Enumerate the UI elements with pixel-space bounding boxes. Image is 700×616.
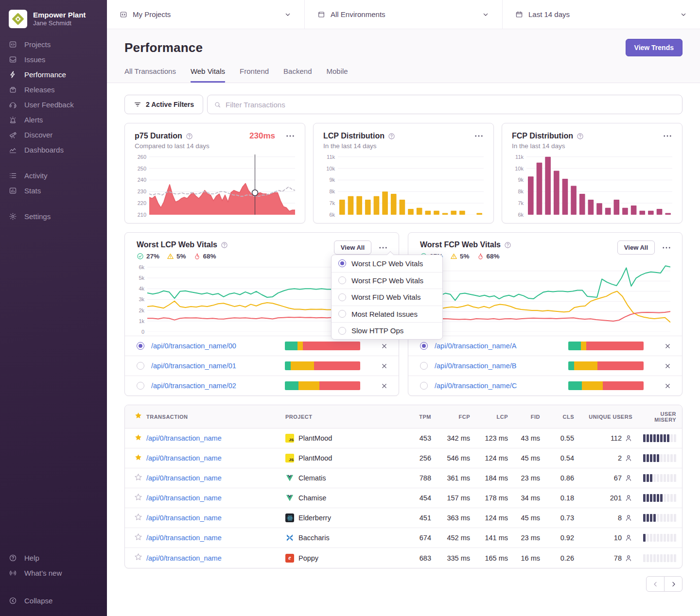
sidebar-item-releases[interactable]: Releases [0,82,107,97]
more-options-icon[interactable] [663,131,672,141]
column-header-lcp[interactable]: LCP [475,414,513,420]
dropdown-option-slow-http-ops[interactable]: Slow HTTP Ops [332,322,442,339]
dropdown-option-worst-lcp-web-vitals[interactable]: Worst LCP Web Vitals [332,255,442,272]
transaction-link[interactable]: /api/0/transaction_name [146,554,222,562]
sidebar-item-activity[interactable]: Activity [0,168,107,183]
next-page-button[interactable] [664,576,682,592]
help-icon[interactable] [221,241,228,249]
column-header-fid[interactable]: FID [513,414,545,420]
close-icon[interactable] [664,382,671,390]
more-options-icon[interactable] [285,131,295,141]
close-icon[interactable] [381,362,388,370]
transaction-link[interactable]: /api/0/transaction_name/B [435,362,516,370]
empower-plant-logo-icon [11,12,25,26]
column-header-cls[interactable]: CLS [545,414,579,420]
tab-web-vitals[interactable]: Web Vitals [191,67,225,83]
view-all-button[interactable]: View All [617,240,655,255]
star-icon[interactable] [134,533,142,541]
help-icon[interactable] [186,133,193,140]
active-filters-button[interactable]: 2 Active Filters [124,95,203,114]
transaction-link[interactable]: /api/0/transaction_name [146,494,222,502]
view-trends-button[interactable]: View Trends [626,39,682,56]
dropdown-option-worst-fcp-web-vitals[interactable]: Worst FCP Web Vitals [332,272,442,289]
sidebar-item-alerts[interactable]: Alerts [0,112,107,127]
dropdown-option-most-related-issues[interactable]: Most Related Issues [332,306,442,323]
radio-icon[interactable] [137,342,144,350]
transaction-link[interactable]: /api/0/transaction_name/00 [151,342,236,350]
table-row[interactable]: /api/0/transaction_nameClematis788361 ms… [125,468,682,488]
column-header-tpm[interactable]: TPM [405,414,436,420]
radio-icon[interactable] [137,362,144,370]
help-icon[interactable] [577,133,584,140]
view-all-button[interactable]: View All [334,240,371,255]
star-icon[interactable] [134,493,142,501]
person-icon [625,434,632,442]
transaction-link[interactable]: /api/0/transaction_name [146,434,222,442]
table-row[interactable]: /api/0/transaction_nameJSPlantMood256546… [125,448,682,468]
sidebar-item-performance[interactable]: Performance [0,67,107,82]
dropdown-option-worst-fid-web-vitals[interactable]: Worst FID Web Vitals [332,289,442,306]
sidebar-item-issues[interactable]: Issues [0,52,107,67]
sidebar-item-what-s-new[interactable]: What’s new [0,565,107,581]
user-feedback-icon [9,101,17,109]
tab-mobile[interactable]: Mobile [326,67,348,83]
previous-page-button[interactable] [646,576,665,592]
help-icon[interactable] [388,133,395,140]
more-options-icon[interactable] [378,243,388,253]
transaction-link[interactable]: /api/0/transaction_name/A [435,342,516,350]
table-row[interactable]: /api/0/transaction_nameBaccharis674452 m… [125,528,682,548]
star-icon[interactable] [134,453,142,462]
column-header-transaction[interactable]: TRANSACTION [146,414,285,420]
more-options-icon[interactable] [662,243,671,253]
transaction-link[interactable]: /api/0/transaction_name [146,474,222,482]
transaction-link[interactable]: /api/0/transaction_name [146,454,222,462]
sidebar-item-stats[interactable]: Stats [0,183,107,198]
radio-icon[interactable] [420,342,428,350]
transaction-link[interactable]: /api/0/transaction_name/01 [151,362,236,370]
transaction-link[interactable]: /api/0/transaction_name/C [435,382,517,390]
sidebar-item-dashboards[interactable]: Dashboards [0,142,107,157]
table-row[interactable]: /api/0/transaction_nameElderberry451363 … [125,508,682,528]
column-header-fcp[interactable]: FCP [436,414,475,420]
page-filter-bar: My Projects All Environments Last 14 day… [107,0,700,29]
sidebar-item-settings[interactable]: Settings [0,209,107,224]
org-switcher[interactable]: Empower Plant Jane Schmidt [0,8,107,37]
sidebar-item-collapse[interactable]: Collapse [0,593,107,608]
transaction-link[interactable]: /api/0/transaction_name [146,534,222,542]
sidebar-item-label: What’s new [24,569,62,577]
column-header-user-misery[interactable]: USER MISERY [638,411,682,423]
sidebar-item-projects[interactable]: Projects [0,37,107,52]
project-selector[interactable]: My Projects [107,0,304,29]
star-icon[interactable] [134,473,142,481]
close-icon[interactable] [664,342,671,350]
table-row[interactable]: /api/0/transaction_nameJSPlantMood453342… [125,428,682,448]
close-icon[interactable] [381,382,388,390]
radio-icon[interactable] [420,382,428,390]
radio-icon[interactable] [137,382,144,390]
more-options-icon[interactable] [474,131,484,141]
tab-frontend[interactable]: Frontend [240,67,269,83]
column-header-project[interactable]: PROJECT [285,414,405,420]
radio-icon[interactable] [420,362,428,370]
environment-selector[interactable]: All Environments [304,0,502,29]
sidebar-item-user-feedback[interactable]: User Feedback [0,97,107,112]
search-input[interactable] [226,101,676,109]
tab-all-transactions[interactable]: All Transactions [124,67,176,83]
star-icon[interactable] [134,513,142,521]
chart-plot [526,154,672,215]
column-header-unique-users[interactable]: UNIQUE USERS [579,414,638,420]
star-icon[interactable] [134,433,142,442]
sidebar-item-discover[interactable]: Discover [0,127,107,142]
transaction-link[interactable]: /api/0/transaction_name/02 [151,382,236,390]
help-icon[interactable] [504,241,511,249]
sidebar-item-help[interactable]: Help [0,550,107,565]
tab-backend[interactable]: Backend [283,67,312,83]
close-icon[interactable] [664,362,671,370]
star-icon[interactable] [134,553,142,561]
sidebar-item-label: Issues [24,55,45,64]
table-row[interactable]: /api/0/transaction_nameePoppy683335 ms16… [125,548,682,568]
table-row[interactable]: /api/0/transaction_nameChamise454157 ms1… [125,488,682,508]
daterange-selector[interactable]: Last 14 days [502,0,700,29]
transaction-link[interactable]: /api/0/transaction_name [146,514,222,522]
close-icon[interactable] [381,342,388,350]
